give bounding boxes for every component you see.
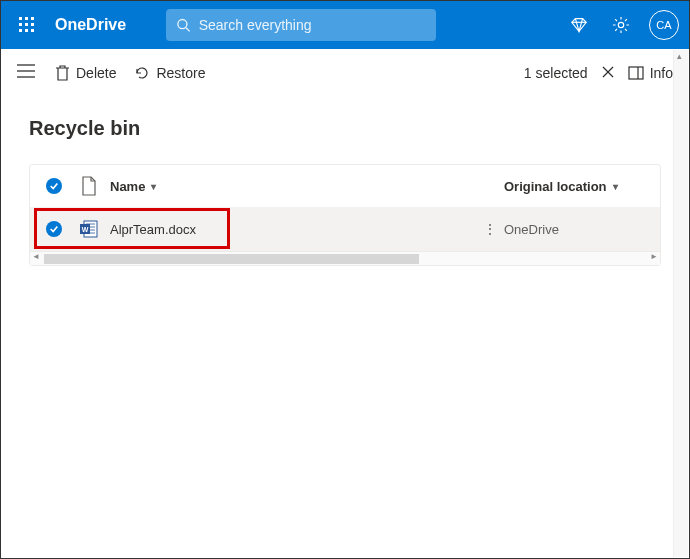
page-title: Recycle bin — [29, 117, 661, 140]
hamburger-icon[interactable] — [17, 64, 37, 82]
app-launcher-icon[interactable] — [11, 9, 43, 41]
app-header: OneDrive CA — [1, 1, 689, 49]
settings-icon[interactable] — [607, 11, 635, 39]
restore-icon — [134, 65, 150, 81]
svg-text:W: W — [82, 226, 89, 233]
svg-rect-7 — [25, 29, 28, 32]
restore-label: Restore — [156, 65, 205, 81]
svg-rect-17 — [629, 67, 643, 79]
info-label: Info — [650, 65, 673, 81]
checkmark-icon — [46, 178, 62, 194]
file-name[interactable]: AlprTeam.docx — [104, 222, 474, 237]
horizontal-scrollbar[interactable] — [30, 251, 660, 265]
svg-rect-8 — [31, 29, 34, 32]
file-type-icon: W — [74, 220, 104, 238]
main-content: Recycle bin Name ▾ Original location ▾ — [1, 97, 689, 266]
word-document-icon: W — [80, 220, 98, 238]
search-icon — [176, 17, 191, 33]
row-checkbox[interactable] — [46, 221, 74, 237]
table-row[interactable]: W AlprTeam.docx ⋮ OneDrive — [30, 207, 660, 251]
chevron-down-icon: ▾ — [151, 181, 156, 192]
row-more-actions[interactable]: ⋮ — [483, 221, 496, 237]
delete-label: Delete — [76, 65, 116, 81]
checkmark-icon — [46, 221, 62, 237]
scrollbar-thumb[interactable] — [44, 254, 419, 264]
svg-point-11 — [618, 22, 623, 27]
table-header-row: Name ▾ Original location ▾ — [30, 165, 660, 207]
info-pane-icon — [628, 66, 644, 80]
chevron-down-icon: ▾ — [613, 181, 618, 192]
selection-count: 1 selected — [524, 65, 588, 81]
svg-line-10 — [186, 28, 190, 32]
file-location: OneDrive — [504, 222, 644, 237]
svg-rect-4 — [25, 23, 28, 26]
svg-rect-1 — [25, 17, 28, 20]
user-avatar[interactable]: CA — [649, 10, 679, 40]
restore-button[interactable]: Restore — [134, 65, 205, 81]
svg-rect-2 — [31, 17, 34, 20]
search-box[interactable] — [166, 9, 436, 41]
file-table: Name ▾ Original location ▾ — [29, 164, 661, 266]
brand-title[interactable]: OneDrive — [55, 16, 126, 34]
document-icon — [81, 176, 97, 196]
svg-rect-6 — [19, 29, 22, 32]
svg-rect-5 — [31, 23, 34, 26]
search-input[interactable] — [199, 17, 426, 33]
command-bar: Delete Restore 1 selected Info — [1, 49, 689, 97]
svg-point-9 — [178, 20, 187, 29]
delete-button[interactable]: Delete — [55, 65, 116, 81]
select-all-checkbox[interactable] — [46, 178, 74, 194]
svg-rect-0 — [19, 17, 22, 20]
svg-rect-3 — [19, 23, 22, 26]
column-header-name[interactable]: Name ▾ — [104, 179, 474, 194]
column-filetype-icon[interactable] — [74, 176, 104, 196]
clear-selection-button[interactable] — [598, 65, 618, 81]
premium-icon[interactable] — [565, 11, 593, 39]
column-header-location[interactable]: Original location ▾ — [504, 179, 644, 194]
vertical-scrollbar[interactable] — [673, 50, 688, 557]
info-button[interactable]: Info — [628, 65, 673, 81]
trash-icon — [55, 65, 70, 81]
